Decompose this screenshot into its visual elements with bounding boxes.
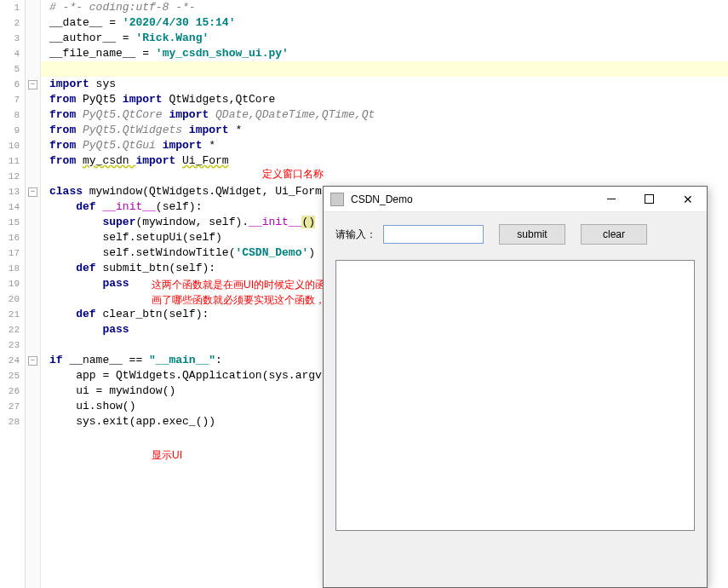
- code-text: __date__ =: [49, 16, 123, 29]
- code-text: __author__ =: [49, 32, 135, 44]
- code-text: PyQt5.QtWidgets: [83, 124, 189, 136]
- code-text: *: [209, 139, 215, 152]
- code-text: __name__ ==: [69, 354, 149, 366]
- code-text: ): [308, 246, 315, 259]
- code-text: self.setWindowTitle(: [102, 246, 235, 259]
- code-string: '2020/4/30 15:14': [123, 16, 236, 29]
- fold-column: − − −: [26, 0, 41, 588]
- code-kw: class: [49, 185, 89, 198]
- fold-toggle-icon[interactable]: −: [28, 187, 37, 197]
- code-kw: pass: [102, 323, 129, 336]
- code-kw: from: [49, 154, 83, 167]
- line-number: 13: [0, 184, 20, 199]
- code-text: PyQt5.QtGui: [83, 139, 163, 152]
- code-text: sys.exit(app.exec_()): [76, 415, 215, 428]
- maximize-button[interactable]: [630, 187, 668, 212]
- code-kw: from: [49, 93, 83, 106]
- line-number: 25: [0, 368, 20, 383]
- line-number: 20: [0, 291, 20, 307]
- code-text: clear_btn(self):: [102, 308, 209, 320]
- code-kw: import: [163, 139, 209, 152]
- code-text: QtWidgets,QtCore: [169, 93, 275, 106]
- line-number: 18: [0, 261, 20, 276]
- line-number: 21: [0, 307, 20, 322]
- code-text: QDate,QDateTime,QTime,Qt: [215, 108, 375, 121]
- line-number: 4: [0, 46, 20, 61]
- line-number: 6: [0, 77, 20, 92]
- code-kw: pass: [102, 277, 129, 290]
- clear-button[interactable]: clear: [581, 224, 647, 245]
- code-text: PyQt5.QtCore: [83, 108, 169, 121]
- code-string: 'Rick.Wang': [135, 32, 209, 44]
- line-number: 10: [0, 138, 20, 153]
- input-row: 请输入： submit clear: [335, 224, 695, 245]
- code-text: ui = mywindow(): [76, 384, 175, 397]
- code-text: my_csdn: [83, 154, 135, 167]
- line-number: 27: [0, 399, 20, 414]
- code-text: PyQt5: [83, 93, 123, 106]
- code-text: __file_name__ =: [49, 47, 156, 60]
- line-number: 17: [0, 245, 20, 261]
- line-number: 1: [0, 0, 20, 15]
- fold-toggle-icon[interactable]: −: [28, 80, 37, 89]
- code-kw: import: [49, 78, 96, 90]
- line-number: 7: [0, 92, 20, 107]
- code-text: (self):: [156, 200, 203, 213]
- annotation-window-title: 定义窗口名称: [262, 167, 324, 182]
- code-kw: import: [123, 93, 169, 106]
- code-kw: import: [189, 124, 236, 136]
- window-title: CSDN_Demo: [351, 193, 592, 205]
- line-number: 5: [0, 61, 20, 77]
- line-number-gutter: 1 2 3 4 5 6 7 8 9 10 11 12 13 14 15 16 1…: [0, 0, 26, 588]
- code-comment: # -*- coding:utf-8 -*-: [49, 1, 196, 14]
- code-kw: from: [49, 108, 83, 121]
- output-textarea[interactable]: [335, 260, 695, 531]
- line-number: 3: [0, 31, 20, 46]
- code-text: *: [235, 124, 242, 136]
- code-text: Ui_Form: [182, 154, 229, 167]
- titlebar[interactable]: CSDN_Demo ✕: [324, 187, 707, 212]
- code-text: submit_btn(self):: [102, 262, 215, 274]
- code-kw: if: [49, 354, 69, 366]
- code-text: :: [215, 354, 222, 366]
- code-text: (mywindow, self).: [135, 216, 249, 228]
- code-string: 'CSDN_Demo': [235, 246, 308, 259]
- window-body: 请输入： submit clear: [324, 212, 707, 543]
- fold-toggle-icon[interactable]: −: [28, 356, 37, 366]
- line-number: 11: [0, 153, 20, 169]
- line-number: 15: [0, 215, 20, 230]
- code-string: "__main__": [149, 354, 215, 366]
- code-dunder: __init__: [249, 216, 301, 228]
- line-number: 26: [0, 383, 20, 399]
- demo-window: CSDN_Demo ✕ 请输入： submit clear: [323, 186, 708, 588]
- line-number: 16: [0, 230, 20, 245]
- close-button[interactable]: ✕: [668, 187, 707, 212]
- code-kw: def: [76, 200, 102, 213]
- submit-button[interactable]: submit: [499, 224, 565, 245]
- input-label: 请输入：: [335, 228, 376, 242]
- code-kw: from: [49, 139, 83, 152]
- line-number: 14: [0, 199, 20, 215]
- window-icon: [330, 193, 344, 206]
- code-text: sys: [96, 78, 116, 90]
- line-number: 12: [0, 169, 20, 184]
- code-text: mywindow(QtWidgets.QWidget, Ui_Form):: [89, 185, 335, 198]
- minimize-button[interactable]: [592, 187, 630, 212]
- text-input[interactable]: [383, 225, 484, 244]
- code-text: ui.show(): [76, 400, 135, 412]
- code-kw: import: [169, 108, 215, 121]
- line-number: 9: [0, 123, 20, 138]
- code-kw: def: [76, 308, 102, 320]
- code-kw: super: [102, 216, 135, 228]
- annotation-functions-line1: 这两个函数就是在画UI的时候定义的函数，: [152, 278, 346, 292]
- code-paren: ): [308, 216, 315, 228]
- line-number: 24: [0, 353, 20, 368]
- code-kw: def: [76, 262, 102, 274]
- line-number: 22: [0, 322, 20, 337]
- code-string: 'my_csdn_show_ui.py': [156, 47, 289, 60]
- line-number: 8: [0, 107, 20, 123]
- line-number: 28: [0, 414, 20, 429]
- code-dunder: __init__: [102, 200, 155, 213]
- code-text: app = QtWidgets.QApplication(sys.argv): [76, 369, 328, 382]
- code-kw: from: [49, 124, 83, 136]
